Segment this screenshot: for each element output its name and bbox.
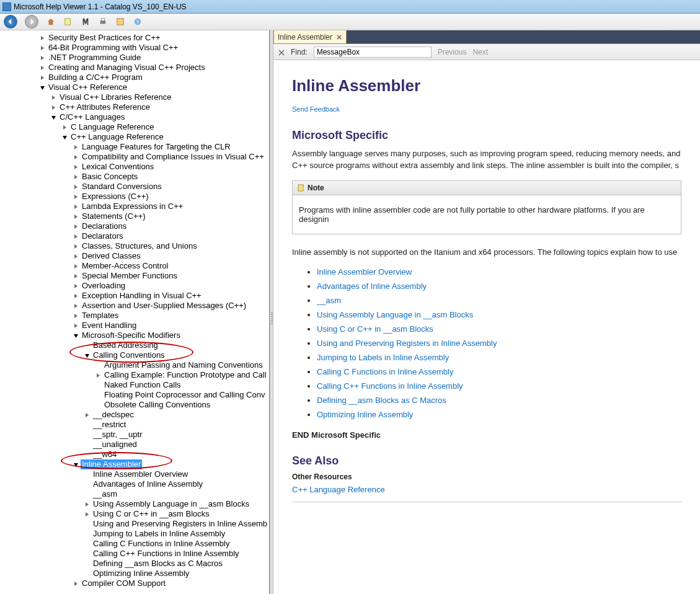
tree-item[interactable]: Member-Access Control <box>0 261 269 271</box>
tree-item[interactable]: Microsoft-Specific Modifiers <box>0 330 269 340</box>
tree-item[interactable]: Calling Example: Function Prototype and … <box>0 370 269 380</box>
expand-icon[interactable] <box>72 233 79 240</box>
tree-item[interactable]: Event Handling <box>0 321 269 330</box>
tree-item[interactable]: Derived Classes <box>0 251 269 261</box>
print-icon[interactable] <box>98 17 108 27</box>
expand-icon[interactable] <box>72 173 79 180</box>
expand-icon[interactable] <box>72 153 79 161</box>
expand-icon[interactable] <box>72 292 79 299</box>
expand-icon[interactable] <box>72 272 79 280</box>
tree-item[interactable]: Using C or C++ in __asm Blocks <box>0 509 269 519</box>
nav-forward-button[interactable] <box>25 15 38 29</box>
expand-icon[interactable] <box>38 54 46 61</box>
expand-icon[interactable] <box>72 262 79 270</box>
tree-item[interactable]: Statements (C++) <box>0 211 269 221</box>
expand-icon[interactable] <box>72 213 79 220</box>
topic-link[interactable]: Advantages of Inline Assembly <box>317 281 427 291</box>
expand-icon[interactable] <box>72 193 79 200</box>
topic-link[interactable]: __asm <box>317 296 341 305</box>
expand-icon[interactable] <box>38 34 46 42</box>
tree-item[interactable]: C Language Reference <box>0 122 269 132</box>
tree-item[interactable]: Floating Point Coprocessor and Calling C… <box>0 390 269 400</box>
expand-icon[interactable] <box>50 104 57 111</box>
topic-link[interactable]: Defining __asm Blocks as C Macros <box>317 396 446 405</box>
tree-item[interactable]: C/C++ Languages <box>0 112 269 122</box>
tree-item[interactable]: C++ Attributes Reference <box>0 102 269 112</box>
collapse-icon[interactable] <box>83 352 91 359</box>
expand-icon[interactable] <box>72 302 79 309</box>
expand-icon[interactable] <box>38 44 46 51</box>
send-feedback-link[interactable]: Send Feedback <box>292 105 340 113</box>
expand-icon[interactable] <box>72 183 79 190</box>
tree-item[interactable]: Obsolete Calling Conventions <box>0 400 269 410</box>
tree-item[interactable]: Basic Concepts <box>0 172 269 182</box>
favorites-icon[interactable] <box>63 17 73 27</box>
expand-icon[interactable] <box>94 371 102 379</box>
search-icon[interactable] <box>81 17 91 27</box>
tree-item[interactable]: Assertion and User-Supplied Messages (C+… <box>0 301 269 311</box>
tree-item[interactable]: Calling C++ Functions in Inline Assembly <box>0 549 269 559</box>
tree-item[interactable]: Argument Passing and Naming Conventions <box>0 360 269 370</box>
tree-item[interactable]: 64-Bit Programming with Visual C++ <box>0 43 269 53</box>
expand-icon[interactable] <box>38 64 46 71</box>
tree-item[interactable]: Declarations <box>0 221 269 231</box>
expand-icon[interactable] <box>72 282 79 290</box>
topic-link[interactable]: Jumping to Labels in Inline Assembly <box>317 353 449 362</box>
expand-icon[interactable] <box>72 312 79 319</box>
collapse-icon[interactable] <box>72 332 79 339</box>
find-next-button[interactable]: Next <box>472 48 488 56</box>
options-icon[interactable] <box>115 17 125 27</box>
tree-item[interactable]: Naked Function Calls <box>0 380 269 390</box>
expand-icon[interactable] <box>72 242 79 250</box>
tree-item[interactable]: Creating and Managing Visual C++ Project… <box>0 63 269 73</box>
tree-item[interactable]: __unaligned <box>0 440 269 450</box>
topic-link[interactable]: Calling C++ Functions in Inline Assembly <box>317 381 463 391</box>
expand-icon[interactable] <box>72 143 79 151</box>
collapse-icon[interactable] <box>50 113 57 121</box>
find-input[interactable] <box>314 47 432 58</box>
tree-item[interactable]: Exception Handling in Visual C++ <box>0 291 269 301</box>
topic-link[interactable]: Using and Preserving Registers in Inline… <box>317 339 497 348</box>
splitter[interactable] <box>270 30 273 594</box>
tree-item[interactable]: Declarators <box>0 231 269 241</box>
expand-icon[interactable] <box>72 580 79 587</box>
tree-item[interactable]: Standard Conversions <box>0 182 269 192</box>
tree-item[interactable]: Building a C/C++ Program <box>0 73 269 82</box>
tree-item[interactable]: Visual C++ Reference <box>0 82 269 92</box>
expand-icon[interactable] <box>72 203 79 210</box>
topic-link[interactable]: Using C or C++ in __asm Blocks <box>317 324 433 334</box>
tree-item[interactable]: Visual C++ Libraries Reference <box>0 92 269 102</box>
expand-icon[interactable] <box>38 74 46 81</box>
tree-item[interactable]: Security Best Practices for C++ <box>0 33 269 43</box>
nav-back-button[interactable] <box>4 15 17 29</box>
expand-icon[interactable] <box>72 322 79 329</box>
tree-item[interactable]: Using and Preserving Registers in Inline… <box>0 519 269 529</box>
tree-item[interactable]: Calling C Functions in Inline Assembly <box>0 539 269 549</box>
navigation-tree[interactable]: Security Best Practices for C++64-Bit Pr… <box>0 30 269 591</box>
tree-item[interactable]: Compiler COM Support <box>0 578 269 588</box>
topic-link[interactable]: Optimizing Inline Assembly <box>317 410 413 419</box>
help-icon[interactable]: ? <box>133 17 143 27</box>
topic-link[interactable]: Inline Assembler Overview <box>317 267 412 277</box>
tree-item[interactable]: Calling Conventions <box>0 350 269 360</box>
tree-item[interactable]: Language Features for Targeting the CLR <box>0 142 269 152</box>
collapse-icon[interactable] <box>72 461 79 468</box>
tree-item[interactable]: __declspec <box>0 410 269 420</box>
topic-link[interactable]: Using Assembly Language in __asm Blocks <box>317 310 473 319</box>
expand-icon[interactable] <box>83 411 91 419</box>
expand-icon[interactable] <box>72 223 79 230</box>
tree-item[interactable]: Using Assembly Language in __asm Blocks <box>0 499 269 509</box>
tree-item[interactable]: Expressions (C++) <box>0 192 269 202</box>
tree-item[interactable]: Inline Assembler <box>0 459 269 469</box>
expand-icon[interactable] <box>83 500 91 508</box>
tree-item[interactable]: Templates <box>0 311 269 321</box>
tree-item[interactable]: __restrict <box>0 420 269 430</box>
collapse-icon[interactable] <box>38 84 46 91</box>
tree-item[interactable]: Jumping to Labels in Inline Assembly <box>0 529 269 539</box>
tree-item[interactable]: Classes, Structures, and Unions <box>0 241 269 251</box>
tree-item[interactable]: Defining __asm Blocks as C Macros <box>0 559 269 569</box>
close-icon[interactable] <box>336 34 342 40</box>
tab-inline-assembler[interactable]: Inline Assembler <box>273 30 347 43</box>
tree-item[interactable]: Advantages of Inline Assembly <box>0 479 269 489</box>
tree-item[interactable]: __w64 <box>0 450 269 459</box>
